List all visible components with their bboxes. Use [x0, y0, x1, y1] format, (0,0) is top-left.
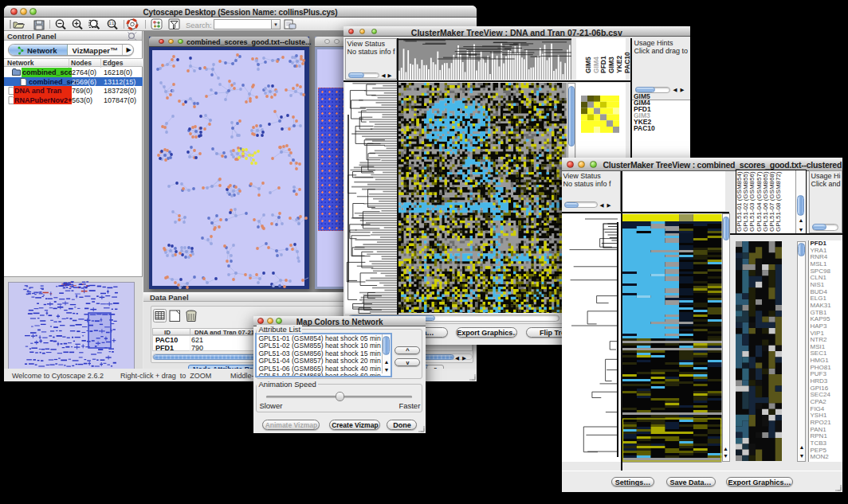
svg-text:1:1: 1:1: [109, 21, 115, 25]
